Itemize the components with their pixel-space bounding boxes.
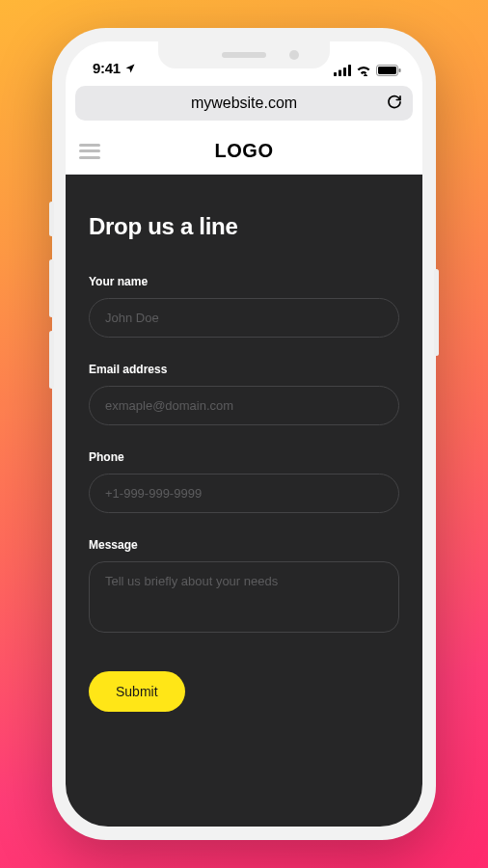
svg-rect-3 [348, 65, 351, 76]
battery-icon [376, 65, 401, 76]
phone-side-button [434, 269, 439, 356]
status-time: 9:41 [93, 60, 121, 76]
svg-rect-1 [339, 70, 341, 77]
phone-side-button [49, 259, 54, 317]
svg-rect-2 [343, 68, 346, 76]
message-field: Message [89, 538, 399, 637]
message-input[interactable] [89, 561, 399, 633]
phone-side-button [49, 202, 54, 236]
message-label: Message [89, 538, 399, 552]
app-header: LOGO [66, 128, 422, 175]
phone-field: Phone [89, 450, 399, 513]
phone-speaker [222, 52, 266, 58]
submit-button[interactable]: Submit [89, 671, 185, 712]
cellular-icon [334, 65, 351, 76]
reload-icon[interactable] [386, 93, 403, 114]
email-label: Email address [89, 363, 399, 376]
logo: LOGO [215, 140, 274, 162]
browser-address-bar[interactable]: mywebsite.com [75, 86, 413, 121]
contact-form-section: Drop us a line Your name Email address P… [66, 175, 422, 827]
menu-icon[interactable] [79, 144, 100, 159]
location-icon [124, 63, 136, 74]
phone-camera [289, 50, 299, 60]
email-field: Email address [89, 363, 399, 425]
wifi-icon [356, 65, 371, 76]
browser-url: mywebsite.com [191, 95, 297, 112]
svg-rect-5 [378, 67, 396, 74]
name-field: Your name [89, 275, 399, 338]
phone-notch [158, 41, 330, 68]
svg-rect-0 [334, 72, 337, 76]
phone-frame: 9:41 mywebs [52, 28, 436, 840]
name-label: Your name [89, 275, 399, 288]
form-heading: Drop us a line [89, 213, 399, 240]
phone-label: Phone [89, 450, 399, 464]
name-input[interactable] [89, 298, 399, 338]
phone-side-button [49, 331, 54, 389]
phone-input[interactable] [89, 474, 399, 513]
email-input[interactable] [89, 386, 399, 425]
phone-screen: 9:41 mywebs [66, 41, 422, 827]
svg-rect-6 [399, 68, 401, 72]
